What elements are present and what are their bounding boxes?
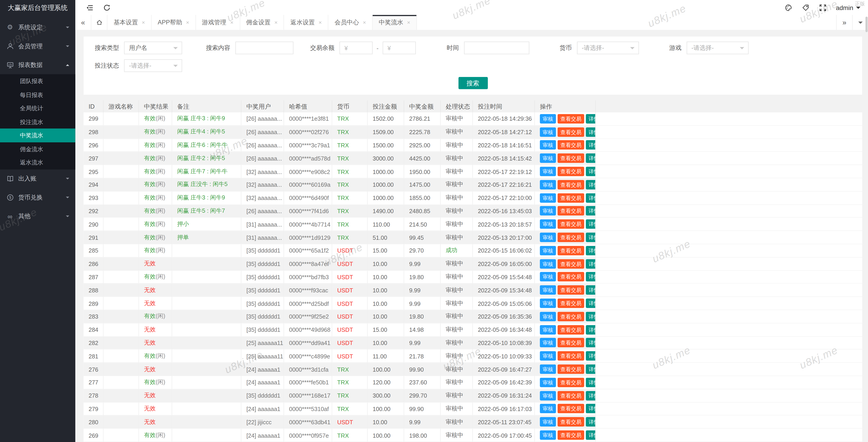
home-tab-icon[interactable]	[91, 15, 107, 30]
close-icon[interactable]: ×	[186, 19, 189, 26]
audit-button[interactable]: 审核	[540, 378, 556, 387]
balance-min-input[interactable]	[350, 45, 368, 51]
view-transaction-button[interactable]: 查看交易	[558, 417, 584, 426]
detail-button[interactable]: 详情	[586, 285, 596, 295]
bet-status-select[interactable]: -请选择-	[124, 59, 182, 72]
detail-button[interactable]: 详情	[586, 141, 596, 150]
collapse-sidebar-icon[interactable]	[85, 4, 94, 11]
vertical-scrollbar[interactable]	[866, 17, 868, 32]
search-content-input[interactable]	[240, 45, 289, 51]
view-transaction-button[interactable]: 查看交易	[558, 206, 584, 216]
sidebar-item-commission-flow[interactable]: 佣金流水	[0, 142, 75, 156]
detail-button[interactable]: 详情	[586, 312, 596, 321]
detail-button[interactable]: 详情	[586, 219, 596, 229]
detail-button[interactable]: 详情	[586, 246, 596, 255]
view-transaction-button[interactable]: 查看交易	[558, 431, 584, 440]
time-input[interactable]	[469, 45, 524, 51]
sidebar-item-daily-report[interactable]: 每日报表	[0, 88, 75, 101]
currency-select[interactable]: -请选择-	[577, 41, 639, 54]
close-icon[interactable]: ×	[363, 19, 366, 26]
view-transaction-button[interactable]: 查看交易	[558, 272, 584, 282]
view-transaction-button[interactable]: 查看交易	[558, 167, 584, 176]
detail-button[interactable]: 详情	[586, 391, 596, 400]
tabs-scroll-right-icon[interactable]: »	[836, 15, 852, 30]
audit-button[interactable]: 审核	[540, 417, 556, 426]
detail-button[interactable]: 详情	[586, 364, 596, 374]
audit-button[interactable]: 审核	[540, 167, 556, 176]
close-icon[interactable]: ×	[407, 19, 410, 26]
view-transaction-button[interactable]: 查看交易	[558, 127, 584, 137]
theme-palette-icon[interactable]	[784, 4, 792, 11]
view-transaction-button[interactable]: 查看交易	[558, 285, 584, 295]
view-transaction-button[interactable]: 查看交易	[558, 338, 584, 348]
detail-button[interactable]: 详情	[586, 233, 596, 242]
close-icon[interactable]: ×	[274, 19, 278, 26]
tab-基本设置[interactable]: 基本设置×	[107, 15, 152, 30]
tab-佣金设置[interactable]: 佣金设置×	[240, 15, 284, 30]
view-transaction-button[interactable]: 查看交易	[558, 114, 584, 123]
view-transaction-button[interactable]: 查看交易	[558, 364, 584, 374]
view-transaction-button[interactable]: 查看交易	[558, 141, 584, 150]
detail-button[interactable]: 详情	[586, 325, 596, 334]
tab-游戏管理[interactable]: 游戏管理×	[196, 15, 240, 30]
sidebar-item-system-settings[interactable]: ⚙ 系统设定	[0, 18, 75, 37]
view-transaction-button[interactable]: 查看交易	[558, 233, 584, 242]
detail-button[interactable]: 详情	[586, 431, 596, 440]
tab-APP帮助[interactable]: APP帮助×	[152, 15, 196, 30]
view-transaction-button[interactable]: 查看交易	[558, 312, 584, 321]
detail-button[interactable]: 详情	[586, 378, 596, 387]
audit-button[interactable]: 审核	[540, 404, 556, 413]
audit-button[interactable]: 审核	[540, 325, 556, 334]
audit-button[interactable]: 审核	[540, 153, 556, 163]
sidebar-item-other[interactable]: ∞ 其他	[0, 207, 75, 226]
detail-button[interactable]: 详情	[586, 153, 596, 163]
audit-button[interactable]: 审核	[540, 259, 556, 268]
fullscreen-icon[interactable]	[819, 4, 827, 11]
view-transaction-button[interactable]: 查看交易	[558, 259, 584, 268]
audit-button[interactable]: 审核	[540, 364, 556, 374]
close-icon[interactable]: ×	[142, 19, 145, 26]
sidebar-item-report-data[interactable]: 报表数据	[0, 55, 75, 74]
close-icon[interactable]: ×	[319, 19, 322, 26]
admin-user-menu[interactable]: admin	[836, 4, 861, 11]
audit-button[interactable]: 审核	[540, 272, 556, 282]
view-transaction-button[interactable]: 查看交易	[558, 298, 584, 308]
game-select[interactable]: -请选择-	[686, 41, 748, 54]
detail-button[interactable]: 详情	[586, 338, 596, 348]
sidebar-item-bet-flow[interactable]: 投注流水	[0, 115, 75, 129]
audit-button[interactable]: 审核	[540, 431, 556, 440]
sidebar-item-rebate-flow[interactable]: 返水流水	[0, 156, 75, 170]
sidebar-item-global-stats[interactable]: 全局统计	[0, 101, 75, 115]
audit-button[interactable]: 审核	[540, 180, 556, 189]
tag-icon[interactable]	[802, 4, 809, 11]
audit-button[interactable]: 审核	[540, 312, 556, 321]
sidebar-item-currency-exchange[interactable]: $ 货币兑换	[0, 188, 75, 207]
detail-button[interactable]: 详情	[586, 127, 596, 137]
audit-button[interactable]: 审核	[540, 246, 556, 255]
detail-button[interactable]: 详情	[586, 259, 596, 268]
detail-button[interactable]: 详情	[586, 404, 596, 413]
search-type-select[interactable]: 用户名	[124, 41, 182, 54]
sidebar-item-team-report[interactable]: 团队报表	[0, 74, 75, 88]
sidebar-item-in-out-account[interactable]: 出入账	[0, 169, 75, 188]
tab-会员中心[interactable]: 会员中心×	[329, 15, 373, 30]
view-transaction-button[interactable]: 查看交易	[558, 391, 584, 400]
balance-max-input[interactable]	[393, 45, 411, 51]
view-transaction-button[interactable]: 查看交易	[558, 180, 584, 189]
audit-button[interactable]: 审核	[540, 127, 556, 137]
view-transaction-button[interactable]: 查看交易	[558, 378, 584, 387]
view-transaction-button[interactable]: 查看交易	[558, 219, 584, 229]
view-transaction-button[interactable]: 查看交易	[558, 404, 584, 413]
audit-button[interactable]: 审核	[540, 193, 556, 202]
tab-返水设置[interactable]: 返水设置×	[284, 15, 329, 30]
detail-button[interactable]: 详情	[586, 272, 596, 282]
audit-button[interactable]: 审核	[540, 298, 556, 308]
audit-button[interactable]: 审核	[540, 114, 556, 123]
detail-button[interactable]: 详情	[586, 417, 596, 426]
audit-button[interactable]: 审核	[540, 351, 556, 361]
view-transaction-button[interactable]: 查看交易	[558, 153, 584, 163]
view-transaction-button[interactable]: 查看交易	[558, 351, 584, 361]
audit-button[interactable]: 审核	[540, 391, 556, 400]
refresh-icon[interactable]	[103, 4, 111, 11]
detail-button[interactable]: 详情	[586, 298, 596, 308]
